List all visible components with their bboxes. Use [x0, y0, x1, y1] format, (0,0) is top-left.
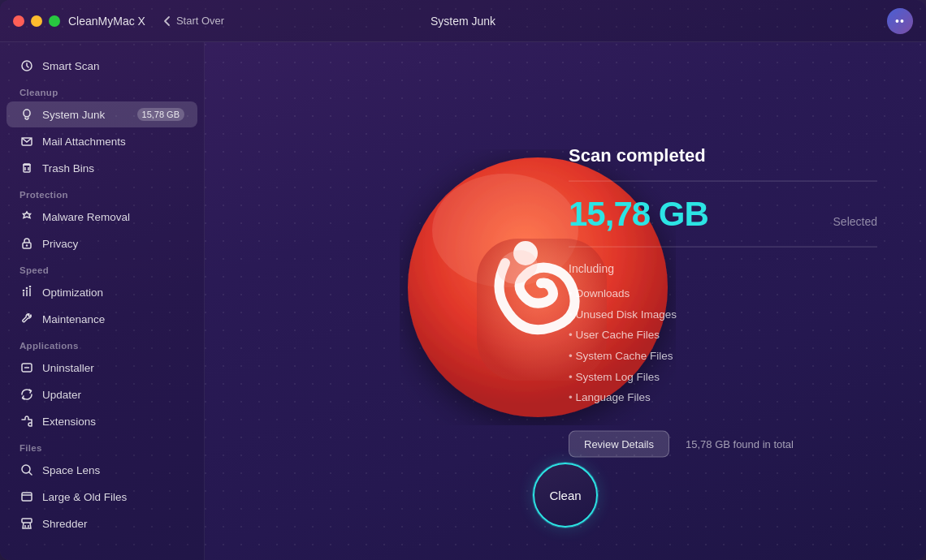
main-content: Scan completed 15,78 GB Selected Includi…	[205, 42, 926, 560]
clean-button-wrapper: Clean	[533, 463, 598, 528]
sidebar-item-optimization[interactable]: Optimization	[6, 279, 197, 305]
system-junk-icon	[19, 107, 34, 122]
scan-completed-text: Scan completed	[569, 145, 877, 166]
privacy-label: Privacy	[42, 238, 78, 250]
sidebar-item-malware-removal[interactable]: Malware Removal	[6, 204, 197, 230]
svg-point-12	[29, 286, 32, 287]
size-value: 15,78 GB	[569, 195, 708, 234]
app-title: CleanMyMac X	[68, 15, 145, 28]
divider-bottom	[569, 247, 877, 248]
cleanup-section-label: Cleanup	[0, 80, 204, 101]
uninstaller-label: Uninstaller	[42, 362, 94, 374]
optimization-label: Optimization	[42, 286, 103, 299]
trash-bins-label: Trash Bins	[42, 162, 94, 174]
sidebar-item-smart-scan[interactable]: Smart Scan	[6, 53, 197, 79]
applications-section-label: Applications	[0, 333, 204, 354]
space-lens-icon	[19, 463, 34, 477]
svg-point-11	[26, 287, 28, 290]
speed-section-label: Speed	[0, 257, 204, 278]
svg-rect-17	[22, 493, 32, 501]
smart-scan-icon	[19, 58, 34, 73]
avatar-icon: ••	[895, 15, 905, 28]
titlebar: CleanMyMac X Start Over System Junk ••	[0, 0, 926, 42]
list-item: Downloads	[569, 283, 877, 304]
updater-icon	[19, 387, 34, 402]
including-list: Downloads Unused Disk Images User Cache …	[569, 283, 877, 408]
content: Smart Scan Cleanup System Junk 15,78 GB …	[0, 42, 926, 560]
files-section-label: Files	[0, 435, 204, 456]
chevron-left-icon	[162, 15, 173, 27]
sidebar-item-extensions[interactable]: Extensions	[6, 408, 197, 434]
smart-scan-label: Smart Scan	[42, 60, 100, 72]
sidebar-item-trash-bins[interactable]: Trash Bins	[6, 155, 197, 181]
system-junk-badge: 15,78 GB	[137, 108, 184, 121]
traffic-lights	[13, 15, 60, 27]
sidebar-item-uninstaller[interactable]: Uninstaller	[6, 355, 197, 381]
maintenance-label: Maintenance	[42, 313, 105, 325]
svg-rect-2	[24, 165, 30, 172]
trash-icon	[19, 161, 34, 175]
bottom-row: Review Details 15,78 GB found in total	[569, 430, 877, 457]
svg-point-6	[26, 244, 28, 246]
close-button[interactable]	[13, 15, 24, 27]
back-button[interactable]: Start Over	[162, 15, 224, 27]
svg-point-10	[23, 290, 25, 292]
system-junk-label: System Junk	[42, 109, 105, 121]
updater-label: Updater	[42, 389, 81, 401]
sidebar-item-system-junk[interactable]: System Junk 15,78 GB	[6, 101, 197, 127]
minimize-button[interactable]	[31, 15, 42, 27]
large-old-files-label: Large & Old Files	[42, 491, 127, 503]
privacy-icon	[19, 236, 34, 251]
list-item: System Cache Files	[569, 346, 877, 367]
list-item: User Cache Files	[569, 325, 877, 346]
malware-removal-label: Malware Removal	[42, 211, 130, 223]
mail-attachments-label: Mail Attachments	[42, 136, 126, 148]
large-old-files-icon	[19, 489, 34, 504]
sidebar: Smart Scan Cleanup System Junk 15,78 GB …	[0, 42, 205, 560]
shredder-label: Shredder	[42, 518, 88, 530]
space-lens-label: Space Lens	[42, 464, 100, 476]
sidebar-item-shredder[interactable]: Shredder	[6, 510, 197, 536]
sidebar-item-updater[interactable]: Updater	[6, 381, 197, 407]
sidebar-item-space-lens[interactable]: Space Lens	[6, 457, 197, 483]
shredder-icon	[19, 516, 34, 531]
sidebar-item-large-old-files[interactable]: Large & Old Files	[6, 484, 197, 510]
sidebar-item-mail-attachments[interactable]: Mail Attachments	[6, 128, 197, 154]
list-item: Unused Disk Images	[569, 304, 877, 325]
sidebar-item-privacy[interactable]: Privacy	[6, 230, 197, 256]
maximize-button[interactable]	[49, 15, 60, 27]
selected-label: Selected	[833, 215, 877, 228]
found-total-text: 15,78 GB found in total	[686, 437, 794, 450]
app-window: CleanMyMac X Start Over System Junk •• S…	[0, 0, 926, 560]
svg-rect-19	[22, 519, 32, 523]
window-title: System Junk	[431, 15, 495, 28]
review-details-button[interactable]: Review Details	[569, 430, 669, 457]
maintenance-icon	[19, 312, 34, 326]
clean-button[interactable]: Clean	[533, 463, 598, 528]
extensions-icon	[19, 414, 34, 429]
size-row: 15,78 GB Selected	[569, 195, 877, 234]
right-panel: Scan completed 15,78 GB Selected Includi…	[569, 145, 877, 458]
malware-icon	[19, 209, 34, 224]
including-label: Including	[569, 262, 877, 275]
svg-line-16	[29, 472, 32, 476]
extensions-label: Extensions	[42, 416, 96, 428]
avatar[interactable]: ••	[887, 8, 913, 34]
list-item: Language Files	[569, 387, 877, 408]
mail-icon	[19, 134, 34, 149]
back-label: Start Over	[176, 15, 224, 27]
protection-section-label: Protection	[0, 182, 204, 203]
divider-top	[569, 181, 877, 182]
optimization-icon	[19, 285, 34, 299]
uninstaller-icon	[19, 360, 34, 375]
sidebar-item-maintenance[interactable]: Maintenance	[6, 306, 197, 332]
list-item: System Log Files	[569, 366, 877, 387]
